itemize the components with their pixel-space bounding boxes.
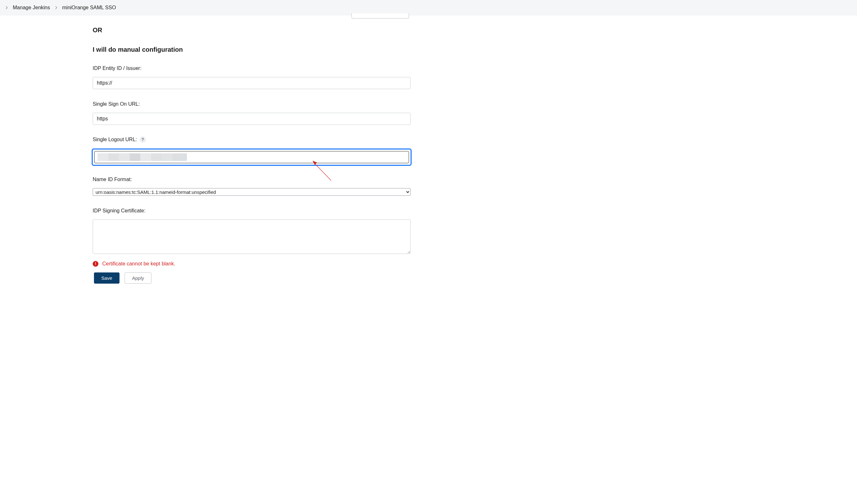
idp-signing-certificate-label: IDP Signing Certificate: [93,208,413,214]
save-button[interactable]: Save [94,273,119,284]
single-sign-on-url-label: Single Sign On URL: [93,101,413,107]
single-logout-url-focus-ring [92,149,411,166]
apply-button[interactable]: Apply [124,273,151,284]
breadcrumb-bar: Manage Jenkins miniOrange SAML SSO [0,0,857,15]
single-logout-url-label-text: Single Logout URL: [93,137,137,142]
name-id-format-select[interactable]: urn:oasis:names:tc:SAML:1.1:nameid-forma… [93,188,410,196]
section-or: OR [93,27,413,34]
top-partial-button[interactable] [352,13,409,19]
single-logout-url-label: Single Logout URL: ? [93,136,413,143]
idp-signing-certificate-textarea[interactable] [93,220,410,254]
idp-entity-id-input[interactable] [93,77,410,89]
single-logout-url-input[interactable] [94,151,409,163]
section-manual-config-title: I will do manual configuration [93,46,413,53]
certificate-error: ! Certificate cannot be kept blank. [93,261,413,267]
form-button-row: Save Apply [93,273,413,284]
certificate-error-text: Certificate cannot be kept blank. [102,261,175,267]
single-sign-on-url-input[interactable] [93,113,410,125]
help-icon[interactable]: ? [140,136,146,143]
chevron-right-icon [53,5,59,11]
breadcrumb-miniorange-saml-sso[interactable]: miniOrange SAML SSO [60,3,119,13]
error-icon: ! [93,261,98,267]
name-id-format-label: Name ID Format: [93,177,413,183]
chevron-right-icon [4,5,10,11]
idp-entity-id-label: IDP Entity ID / Issuer: [93,66,413,71]
breadcrumb-manage-jenkins[interactable]: Manage Jenkins [10,3,53,13]
